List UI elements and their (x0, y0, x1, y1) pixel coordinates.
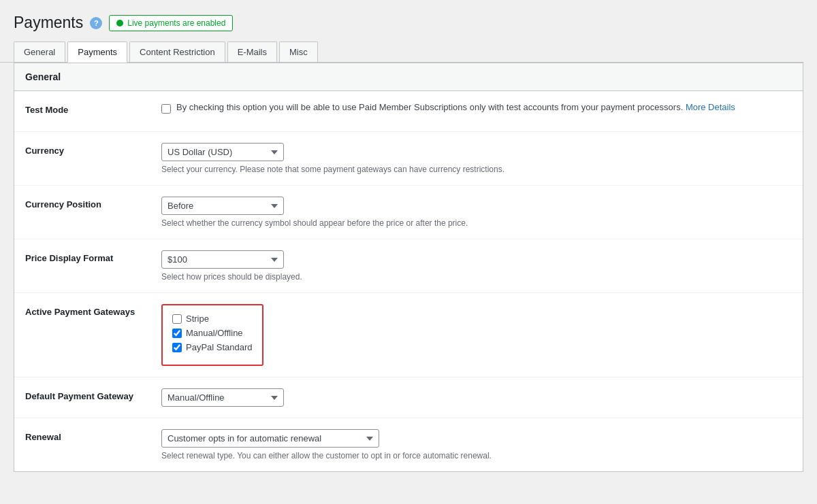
live-badge: Live payments are enabled (109, 15, 233, 31)
price-display-format-label: Price Display Format (25, 250, 161, 263)
default-payment-gateway-row: Default Payment Gateway Manual/Offline P… (14, 377, 803, 418)
manual-offline-checkbox[interactable] (172, 329, 182, 338)
price-display-format-row: Price Display Format $100 $ 100 100$ Sel… (14, 239, 803, 293)
test-mode-checkbox[interactable] (161, 104, 171, 114)
manual-offline-label: Manual/Offline (186, 328, 243, 338)
test-mode-description: By checking this option you will be able… (176, 102, 683, 112)
renewal-select[interactable]: Customer opts in for automatic renewal F… (161, 429, 379, 448)
test-mode-content: By checking this option you will be able… (161, 102, 792, 114)
renewal-control: Customer opts in for automatic renewal F… (161, 429, 792, 460)
default-payment-gateway-select[interactable]: Manual/Offline PayPal Standard Stripe (161, 388, 284, 407)
section-title: General (25, 71, 792, 82)
tab-emails[interactable]: E-Mails (227, 41, 277, 62)
page-wrapper: Payments ? Live payments are enabled Gen… (0, 0, 817, 486)
test-mode-text: By checking this option you will be able… (176, 102, 735, 112)
more-details-link[interactable]: More Details (686, 102, 735, 112)
currency-position-row: Currency Position Before After Select wh… (14, 186, 803, 239)
tab-misc[interactable]: Misc (279, 41, 318, 62)
currency-control: US Dollar (USD) Euro (EUR) British Pound… (161, 143, 792, 174)
currency-position-control: Before After Select whether the currency… (161, 197, 792, 228)
content-area: General Test Mode By checking this optio… (14, 63, 803, 472)
price-display-format-description: Select how prices should be displayed. (161, 272, 792, 282)
currency-row: Currency US Dollar (USD) Euro (EUR) Brit… (14, 132, 803, 186)
live-badge-text: Live payments are enabled (127, 18, 225, 28)
page-title: Payments (14, 14, 83, 32)
currency-position-description: Select whether the currency symbol shoul… (161, 218, 792, 228)
stripe-checkbox[interactable] (172, 314, 182, 324)
test-mode-control: By checking this option you will be able… (161, 102, 792, 114)
nav-tabs: General Payments Content Restriction E-M… (0, 41, 803, 63)
page-header: Payments ? Live payments are enabled (0, 14, 803, 32)
tab-general[interactable]: General (14, 41, 65, 62)
test-mode-row: Test Mode By checking this option you wi… (14, 91, 803, 132)
currency-select[interactable]: US Dollar (USD) Euro (EUR) British Pound… (161, 143, 284, 161)
price-display-format-select[interactable]: $100 $ 100 100$ (161, 250, 284, 269)
renewal-description: Select renewal type. You can either allo… (161, 451, 792, 460)
currency-position-select[interactable]: Before After (161, 197, 284, 215)
gateway-paypal-standard: PayPal Standard (172, 342, 253, 352)
help-icon[interactable]: ? (90, 17, 102, 29)
paypal-standard-checkbox[interactable] (172, 343, 182, 352)
default-payment-gateway-control: Manual/Offline PayPal Standard Stripe (161, 388, 792, 407)
price-display-format-control: $100 $ 100 100$ Select how prices should… (161, 250, 792, 282)
active-payment-gateways-label: Active Payment Gateways (25, 304, 161, 317)
paypal-standard-label: PayPal Standard (186, 342, 253, 352)
test-mode-label: Test Mode (25, 102, 161, 115)
renewal-label: Renewal (25, 429, 161, 442)
currency-description: Select your currency. Please note that s… (161, 165, 792, 174)
stripe-label: Stripe (186, 314, 209, 324)
tab-payments[interactable]: Payments (67, 41, 127, 63)
tab-content-restriction[interactable]: Content Restriction (129, 41, 225, 62)
currency-position-label: Currency Position (25, 197, 161, 209)
gateway-manual-offline: Manual/Offline (172, 328, 253, 338)
section-header: General (14, 63, 803, 91)
default-payment-gateway-label: Default Payment Gateway (25, 388, 161, 401)
renewal-row: Renewal Customer opts in for automatic r… (14, 418, 803, 471)
settings-table: Test Mode By checking this option you wi… (14, 91, 803, 471)
active-payment-gateways-row: Active Payment Gateways Stripe Manual/Of… (14, 293, 803, 377)
currency-label: Currency (25, 143, 161, 156)
gateway-stripe: Stripe (172, 314, 253, 324)
active-payment-gateways-control: Stripe Manual/Offline PayPal Standard (161, 304, 792, 366)
active-gateways-box: Stripe Manual/Offline PayPal Standard (161, 304, 263, 366)
live-dot-icon (116, 20, 123, 27)
